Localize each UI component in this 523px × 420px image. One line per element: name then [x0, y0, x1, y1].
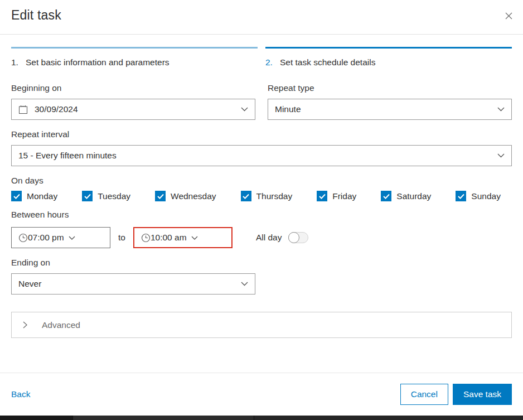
advanced-expander[interactable]: Advanced: [11, 312, 512, 338]
checkbox-checked-icon: [241, 191, 251, 201]
footer-buttons: Cancel Save task: [400, 384, 512, 405]
checkbox-label: Saturday: [396, 191, 431, 201]
checkbox-label: Monday: [27, 191, 57, 201]
between-hours-field: Between hours 07:00 pm to: [11, 210, 512, 248]
step-indicator: 1. Set basic information and parameters …: [11, 47, 512, 67]
form-row-1: Beginning on 30/09/2024: [11, 83, 512, 120]
repeat-interval-label: Repeat interval: [11, 129, 512, 139]
advanced-label: Advanced: [42, 320, 80, 330]
cancel-button[interactable]: Cancel: [400, 384, 448, 405]
repeat-interval-value: 15 - Every fifteen minutes: [18, 151, 493, 161]
checkbox-checked-icon: [456, 191, 466, 201]
taskbar-segment: [254, 416, 523, 420]
checkbox-checked-icon: [317, 191, 327, 201]
all-day-label: All day: [256, 233, 282, 243]
chevron-down-icon: [191, 236, 198, 240]
checkbox-tuesday[interactable]: Tuesday: [82, 191, 130, 201]
close-icon: [505, 12, 513, 20]
chevron-right-icon: [23, 321, 27, 329]
chevron-down-icon: [241, 107, 248, 112]
dialog-header: Edit task: [0, 0, 523, 35]
checkbox-saturday[interactable]: Saturday: [381, 191, 431, 201]
ending-on-label: Ending on: [11, 258, 512, 268]
all-day-control: All day: [256, 232, 309, 243]
ending-on-value: Never: [18, 279, 236, 289]
start-time-picker[interactable]: 07:00 pm: [11, 227, 110, 248]
repeat-type-select[interactable]: Minute: [268, 99, 512, 120]
repeat-interval-select[interactable]: 15 - Every fifteen minutes: [11, 145, 512, 166]
all-day-toggle[interactable]: [288, 232, 308, 243]
checkbox-checked-icon: [381, 191, 391, 201]
to-text: to: [118, 233, 125, 243]
chevron-down-icon: [241, 282, 248, 286]
chevron-down-icon: [497, 107, 505, 112]
beginning-on-label: Beginning on: [11, 83, 255, 93]
back-link[interactable]: Back: [11, 389, 30, 399]
checkbox-thursday[interactable]: Thursday: [241, 191, 293, 201]
end-time-picker[interactable]: 10:00 am: [133, 227, 233, 248]
beginning-on-value: 30/09/2024: [35, 104, 236, 114]
checkbox-checked-icon: [82, 191, 93, 201]
days-checkbox-row: Monday Tuesday Wednesday Thursday Friday: [11, 191, 512, 201]
repeat-interval-field: Repeat interval 15 - Every fifteen minut…: [11, 129, 512, 166]
taskbar-edge: [0, 416, 523, 420]
checkbox-label: Wednesday: [171, 191, 216, 201]
calendar-icon: [18, 105, 28, 114]
dialog-title: Edit task: [11, 8, 512, 23]
beginning-on-field: Beginning on 30/09/2024: [11, 83, 255, 120]
checkbox-label: Tuesday: [98, 191, 130, 201]
beginning-on-date-picker[interactable]: 30/09/2024: [11, 99, 255, 120]
ending-on-select[interactable]: Never: [11, 273, 255, 295]
step-1-label: Set basic information and parameters: [26, 57, 170, 67]
dialog-content: 1. Set basic information and parameters …: [0, 47, 523, 338]
step-2-rail: [265, 47, 512, 49]
checkbox-label: Thursday: [256, 191, 293, 201]
taskbar-segment: [0, 416, 72, 420]
between-hours-label: Between hours: [11, 210, 512, 220]
step-1-rail: [11, 47, 258, 49]
checkbox-monday[interactable]: Monday: [11, 191, 57, 201]
clock-icon: [141, 233, 151, 243]
step-2-number: 2.: [265, 57, 273, 67]
dialog-footer: Back Cancel Save task: [0, 373, 523, 416]
repeat-type-field: Repeat type Minute: [268, 83, 512, 120]
checkbox-label: Friday: [332, 191, 356, 201]
between-hours-row: 07:00 pm to 10:00 am: [11, 227, 512, 248]
checkbox-checked-icon: [11, 191, 22, 201]
chevron-down-icon: [497, 153, 505, 158]
end-time-value: 10:00 am: [151, 233, 187, 243]
repeat-type-value: Minute: [275, 104, 493, 114]
repeat-type-label: Repeat type: [268, 83, 512, 93]
clock-icon: [18, 233, 28, 243]
close-button[interactable]: [501, 8, 516, 23]
on-days-field: On days Monday Tuesday Wednesday Thursda…: [11, 176, 512, 201]
start-time-value: 07:00 pm: [28, 233, 64, 243]
step-2[interactable]: 2. Set task schedule details: [265, 47, 512, 67]
ending-on-field: Ending on Never: [11, 258, 512, 295]
on-days-label: On days: [11, 176, 512, 186]
save-task-button[interactable]: Save task: [453, 384, 512, 405]
step-1[interactable]: 1. Set basic information and parameters: [11, 47, 258, 67]
chevron-down-icon: [69, 236, 75, 240]
taskbar-segment: [72, 416, 254, 420]
step-2-label: Set task schedule details: [280, 57, 375, 67]
edit-task-dialog: Edit task 1. Set basic information and p…: [0, 0, 523, 420]
checkbox-sunday[interactable]: Sunday: [456, 191, 501, 201]
checkbox-checked-icon: [155, 191, 166, 201]
checkbox-friday[interactable]: Friday: [317, 191, 356, 201]
toggle-knob: [288, 232, 299, 243]
step-1-number: 1.: [11, 57, 18, 67]
checkbox-wednesday[interactable]: Wednesday: [155, 191, 216, 201]
checkbox-label: Sunday: [471, 191, 501, 201]
